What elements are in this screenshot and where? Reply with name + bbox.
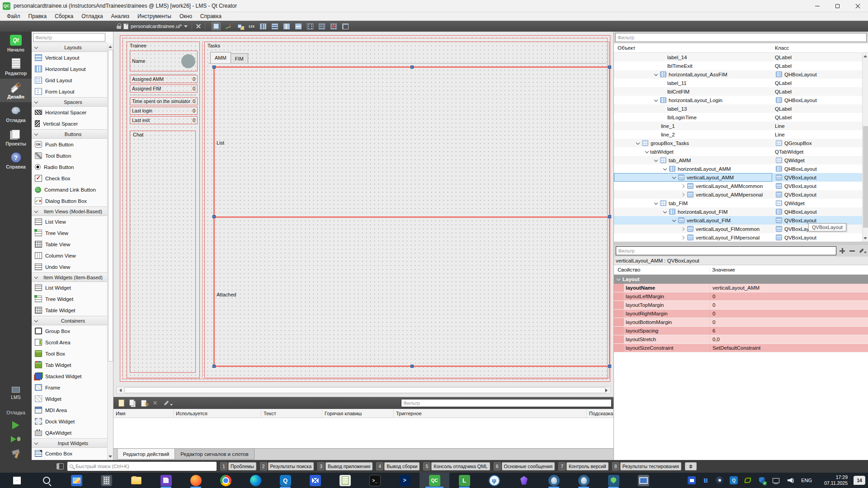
document-dropdown-icon[interactable] <box>184 25 188 28</box>
steam-icon[interactable] <box>716 476 724 484</box>
object-tree-row[interactable]: label_14 QLabel <box>614 53 862 61</box>
volume-icon[interactable] <box>786 476 794 484</box>
locator-search[interactable]: Быстрый поиск (Ctrl+K) <box>67 462 217 471</box>
property-row[interactable]: layoutRightMargin 0 <box>614 310 868 318</box>
mode-projects[interactable]: Проекты <box>0 126 32 149</box>
resize-handle[interactable] <box>410 365 414 368</box>
action-column-header[interactable]: Горячая клавиш <box>322 409 394 418</box>
action-table-body[interactable] <box>113 418 613 448</box>
tree-expander-icon[interactable] <box>681 226 686 232</box>
resize-handle[interactable] <box>608 365 611 368</box>
property-value[interactable]: 6 <box>710 327 868 335</box>
layout-grid-icon[interactable] <box>317 22 326 30</box>
inspector-filter-input[interactable] <box>615 33 867 42</box>
output-pane-button[interactable]: 3 Вывод приложения <box>317 462 373 470</box>
bottom-editor-tab[interactable]: Редактор сигналов и слотов <box>175 449 254 460</box>
widgetbox-item[interactable]: Frame <box>32 382 107 393</box>
tasks-tab[interactable]: AMM <box>210 52 231 63</box>
kit-selector[interactable]: LMS Отладка <box>0 387 32 418</box>
scroll-left-icon[interactable] <box>119 389 122 392</box>
widgetbox-item[interactable]: Tool Button <box>32 150 107 161</box>
maximize-button[interactable] <box>827 0 848 12</box>
widgetbox-item[interactable]: Radio Button <box>32 161 107 173</box>
bluetooth-icon[interactable] <box>702 476 710 484</box>
layout-horizontal-icon[interactable] <box>259 22 268 30</box>
bottom-editor-tab[interactable]: Редактор действий <box>117 449 175 460</box>
configure-action-icon[interactable] <box>162 399 170 407</box>
scroll-down-icon[interactable] <box>863 237 867 239</box>
layout-vertical-icon[interactable] <box>270 22 279 30</box>
form-editor[interactable]: Trainee Name Assigned AMM 0 <box>120 35 610 382</box>
widgetbox-item[interactable]: Command Link Button <box>32 184 107 195</box>
tree-expander-icon[interactable] <box>636 141 641 146</box>
property-value[interactable]: 0 <box>710 292 868 300</box>
widgetbox-item[interactable]: Vertical Spacer <box>32 118 107 129</box>
canvas-horizontal-scrollbar[interactable] <box>116 386 611 394</box>
mode-design[interactable]: Дизайн <box>0 79 32 102</box>
object-tree-row[interactable]: lblCntFIM QLabel <box>614 87 862 96</box>
object-column-header[interactable]: Объект <box>614 45 772 51</box>
tree-expander-icon[interactable] <box>672 218 677 223</box>
menu-item[interactable]: Сборка <box>51 12 77 21</box>
taskbar-search-icon[interactable] <box>32 473 61 488</box>
widgetbox-section-header[interactable]: Layouts <box>32 42 107 52</box>
powershell-icon[interactable] <box>390 473 420 488</box>
tasks-tab[interactable]: FIM <box>231 53 248 63</box>
object-tree-row[interactable]: horizontalLayout_AssFIM QHBoxLayout <box>614 70 862 79</box>
property-value[interactable]: 0 <box>710 310 868 318</box>
output-pane-button[interactable]: 8 Результаты тестирования <box>612 462 681 470</box>
q-messenger-icon[interactable] <box>270 473 300 488</box>
menu-item[interactable]: Окно <box>175 12 196 21</box>
scroll-down-icon[interactable] <box>108 455 112 458</box>
widgetbox-item[interactable]: Horizontal Spacer <box>32 107 107 118</box>
resize-handle[interactable] <box>212 365 216 368</box>
output-pane-button[interactable]: 2 Результаты поиска <box>260 462 314 470</box>
pgadmin-icon[interactable] <box>599 473 628 488</box>
tree-expander-icon[interactable] <box>672 175 677 180</box>
object-tree-row[interactable]: verticalLayout_AMMpersonal QVBoxLayout <box>614 190 862 199</box>
widgetbox-item[interactable]: Vertical Layout <box>32 52 107 63</box>
open-document-selector[interactable]: personalcardtrainee.ui* <box>131 23 182 29</box>
widgetbox-item[interactable]: Group Box <box>32 325 107 337</box>
value-column-header[interactable]: Значение <box>710 267 868 272</box>
layout-form-icon[interactable] <box>306 22 315 30</box>
widgetbox-section-header[interactable]: Containers <box>32 316 107 325</box>
widgetbox-filter-input[interactable] <box>33 33 105 42</box>
scrollbar-thumb[interactable] <box>863 126 868 228</box>
trainee-name-row[interactable]: Name <box>130 51 198 71</box>
widgetbox-item[interactable]: Stacked Widget <box>32 371 107 382</box>
property-row[interactable]: layoutTopMargin 0 <box>614 301 868 310</box>
resize-handle[interactable] <box>608 66 611 69</box>
trainee-stat-row[interactable]: Assigned AMM 0 <box>130 75 198 83</box>
object-tree-row[interactable]: tab_AMM QWidget <box>614 156 862 164</box>
property-row[interactable]: layoutLeftMargin 0 <box>614 292 868 301</box>
tree-expander-icon[interactable] <box>654 98 659 103</box>
mail-app-icon[interactable] <box>300 473 330 488</box>
output-pane-button[interactable]: 1 Проблемы <box>220 462 256 470</box>
property-row[interactable]: layoutBottomMargin 0 <box>614 318 868 327</box>
edit-action-icon[interactable] <box>140 399 148 407</box>
object-tree-row[interactable]: horizontalLayout_Login QHBoxLayout <box>614 96 862 104</box>
minimize-button[interactable] <box>807 0 827 12</box>
close-button[interactable] <box>848 0 868 12</box>
edit-widgets-icon[interactable] <box>212 22 221 30</box>
output-pane-button[interactable]: 7 Контроль версий <box>558 462 609 470</box>
clock[interactable]: 17:29 07.11.2025 <box>818 474 848 486</box>
add-property-icon[interactable] <box>838 247 846 255</box>
notification-badge[interactable]: 14 <box>854 476 865 485</box>
class-column-header[interactable]: Класс <box>772 45 868 51</box>
tree-expander-icon[interactable] <box>654 72 659 77</box>
action-filter-input[interactable] <box>401 399 612 407</box>
splitter-vertical-icon[interactable] <box>294 22 303 30</box>
tree-expander-icon[interactable] <box>654 201 659 206</box>
widgetbox-item[interactable]: Dialog Button Box <box>32 195 107 206</box>
object-tree-row[interactable]: horizontalLayout_FIM QHBoxLayout <box>614 207 862 216</box>
tree-expander-icon[interactable] <box>663 209 668 215</box>
edge-icon[interactable] <box>241 473 270 488</box>
run-button[interactable] <box>0 418 32 432</box>
action-column-header[interactable]: Подсказка <box>587 409 613 418</box>
scroll-up-icon[interactable] <box>108 46 112 48</box>
widgetbox-item[interactable]: MDI Area <box>32 404 107 416</box>
adjust-size-icon[interactable] <box>341 22 350 30</box>
menu-item[interactable]: Отладка <box>77 12 107 21</box>
